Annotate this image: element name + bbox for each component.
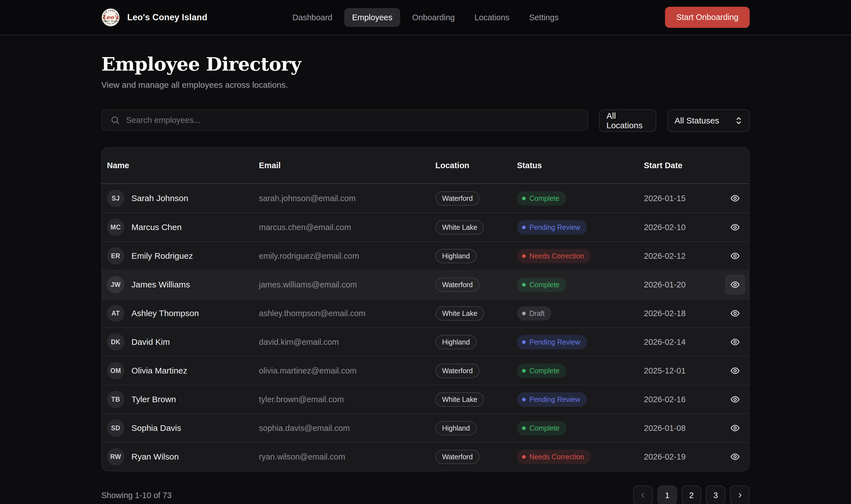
status-dot-icon — [522, 283, 526, 287]
view-employee-button[interactable] — [725, 447, 745, 467]
table-row[interactable]: TB Tyler Brown tyler.brown@email.com Whi… — [102, 385, 749, 413]
results-summary: Showing 1-10 of 73 — [101, 491, 172, 500]
prev-page-button[interactable] — [633, 485, 653, 504]
table-row[interactable]: DK David Kim david.kim@email.com Highlan… — [102, 327, 749, 356]
avatar: MC — [107, 218, 124, 236]
eye-icon — [730, 280, 740, 289]
column-header: Start Date — [644, 161, 725, 170]
page-subtitle: View and manage all employees across loc… — [101, 80, 750, 90]
employee-name: Sarah Johnson — [131, 194, 188, 203]
nav-item-dashboard[interactable]: Dashboard — [284, 8, 340, 27]
employee-email: marcus.chen@email.com — [259, 223, 435, 232]
view-employee-button[interactable] — [725, 217, 745, 237]
employee-name: Olivia Martinez — [131, 366, 187, 376]
view-employee-button[interactable] — [725, 188, 745, 209]
nav-item-onboarding[interactable]: Onboarding — [404, 8, 463, 27]
start-onboarding-button[interactable]: Start Onboarding — [665, 7, 750, 28]
start-date: 2026-02-12 — [644, 251, 725, 261]
chevron-up-down-icon — [648, 116, 649, 125]
employee-name: Ryan Wilson — [131, 452, 179, 462]
employee-email: david.kim@email.com — [259, 338, 435, 347]
status-badge: Needs Correction — [517, 249, 591, 263]
nav-item-locations[interactable]: Locations — [466, 8, 517, 27]
eye-icon — [730, 337, 740, 347]
chevron-up-down-icon — [735, 116, 742, 125]
status-badge: Draft — [517, 306, 551, 321]
search-box[interactable] — [101, 109, 588, 131]
status-badge: Needs Correction — [517, 450, 591, 464]
view-employee-button[interactable] — [725, 246, 745, 266]
table-header-row: NameEmailLocationStatusStart Date — [102, 148, 749, 184]
page-button-1[interactable]: 1 — [657, 485, 677, 504]
start-date: 2025-12-01 — [644, 366, 725, 376]
employee-name: Marcus Chen — [131, 222, 181, 232]
next-page-button[interactable] — [730, 485, 750, 504]
table-row[interactable]: MC Marcus Chen marcus.chen@email.com Whi… — [102, 213, 749, 241]
view-employee-button[interactable] — [725, 274, 745, 295]
page-title: Employee Directory — [101, 53, 750, 75]
brand: WHITE LAKE 2007 WATERFORD 2013 • HIGHLAN… — [101, 8, 208, 27]
employee-name: David Kim — [131, 337, 170, 347]
status-dot-icon — [522, 312, 526, 315]
status-dot-icon — [522, 455, 526, 459]
avatar: OM — [107, 362, 124, 379]
eye-icon — [730, 222, 740, 232]
eye-icon — [730, 423, 740, 433]
status-dot-icon — [522, 254, 526, 258]
column-header: Status — [517, 161, 644, 170]
location-pill: White Lake — [435, 306, 484, 321]
start-date: 2026-01-20 — [644, 280, 725, 289]
status-badge: Complete — [517, 191, 566, 205]
employee-table: NameEmailLocationStatusStart Date SJ Sar… — [101, 147, 750, 471]
nav-item-settings[interactable]: Settings — [521, 8, 567, 27]
view-employee-button[interactable] — [725, 389, 745, 410]
employee-name: Ashley Thompson — [131, 308, 199, 318]
status-badge: Pending Review — [517, 335, 587, 349]
start-date: 2026-02-14 — [644, 338, 725, 347]
column-header: Location — [435, 161, 517, 170]
employee-name: Emily Rodriguez — [131, 251, 193, 261]
start-date: 2026-02-16 — [644, 395, 725, 404]
location-pill: White Lake — [435, 220, 484, 235]
location-pill: Waterford — [435, 191, 480, 205]
status-badge: Complete — [517, 277, 566, 292]
eye-icon — [730, 308, 740, 318]
table-row[interactable]: SJ Sarah Johnson sarah.johnson@email.com… — [102, 184, 749, 213]
table-row[interactable]: RW Ryan Wilson ryan.wilson@email.com Wat… — [102, 442, 749, 471]
view-employee-button[interactable] — [725, 361, 745, 381]
location-filter-value: All Locations — [606, 111, 642, 130]
employee-email: emily.rodriguez@email.com — [259, 251, 435, 261]
table-row[interactable]: SD Sophia Davis sophia.davis@email.com H… — [102, 413, 749, 442]
employee-email: olivia.martinez@email.com — [259, 366, 435, 376]
column-header: Name — [107, 161, 259, 170]
svg-text:CONEY ISLAND: CONEY ISLAND — [103, 20, 118, 22]
view-employee-button[interactable] — [725, 303, 745, 323]
brand-name: Leo's Coney Island — [127, 12, 208, 22]
page-button-2[interactable]: 2 — [681, 485, 701, 504]
start-date: 2026-02-19 — [644, 452, 725, 462]
table-row[interactable]: JW James Williams james.williams@email.c… — [102, 270, 749, 299]
location-pill: Highland — [435, 335, 477, 349]
main-content: Employee Directory View and manage all e… — [101, 35, 750, 504]
page-button-3[interactable]: 3 — [706, 485, 726, 504]
table-row[interactable]: ER Emily Rodriguez emily.rodriguez@email… — [102, 241, 749, 270]
chevron-right-icon — [736, 492, 744, 499]
nav-item-employees[interactable]: Employees — [344, 8, 400, 27]
table-footer: Showing 1-10 of 73 123 — [101, 485, 750, 504]
start-date: 2026-02-10 — [644, 223, 725, 232]
location-pill: Highland — [435, 421, 477, 435]
avatar: JW — [107, 276, 124, 293]
search-input[interactable] — [126, 115, 579, 125]
status-badge: Complete — [517, 421, 566, 435]
employee-email: james.williams@email.com — [259, 280, 435, 289]
svg-text:Leo's: Leo's — [103, 14, 119, 20]
start-date: 2026-02-18 — [644, 309, 725, 318]
view-employee-button[interactable] — [725, 332, 745, 352]
view-employee-button[interactable] — [725, 418, 745, 438]
avatar: DK — [107, 333, 124, 351]
avatar: SD — [107, 419, 124, 437]
location-filter-select[interactable]: All Locations — [599, 109, 656, 132]
table-row[interactable]: OM Olivia Martinez olivia.martinez@email… — [102, 356, 749, 385]
status-filter-select[interactable]: All Statuses — [667, 109, 750, 132]
table-row[interactable]: AT Ashley Thompson ashley.thompson@email… — [102, 299, 749, 327]
